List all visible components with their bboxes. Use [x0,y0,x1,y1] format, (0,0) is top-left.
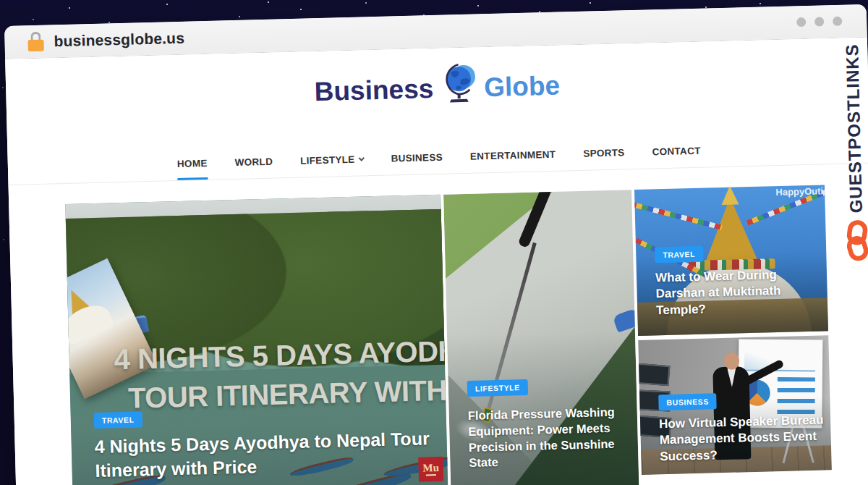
lock-icon [27,32,44,52]
site-logo[interactable]: Business Globe [314,64,561,114]
category-badge-travel[interactable]: TRAVEL [94,411,142,429]
window-control-dot[interactable] [814,17,824,26]
logo-word-globe: Globe [484,70,561,103]
logo-word-business: Business [314,74,434,107]
image-watermark: HappyOuti [775,185,823,198]
nav-item-home[interactable]: HOME [176,147,208,180]
chevron-down-icon [358,155,364,161]
right-article-column: HappyOuti TRAVEL What to Wear During Dar… [634,185,833,485]
address-bar[interactable]: businessglobe.us [54,29,184,50]
article-title[interactable]: How Virtual Speaker Bureau Management Bo… [659,412,828,465]
window-control-dot[interactable] [833,17,842,26]
chain-link-icon [843,220,868,264]
article-card-ayodhya-nepal-tour[interactable]: 4 NIGHTS 5 DAYS AYODHYA TO N TOUR ITINER… [65,195,448,485]
article-card-speaker-bureau[interactable]: BUSINESS How Virtual Speaker Bureau Mana… [638,335,832,475]
nav-item-world[interactable]: WORLD [234,146,273,179]
monitor [638,363,670,387]
nav-item-contact[interactable]: CONTACT [652,135,701,169]
globe-icon [440,67,477,110]
nav-item-business[interactable]: BUSINESS [391,141,443,175]
window-controls [796,17,842,28]
webpage: Business Globe HOME WORLD LIFESTYLE BUSI… [5,38,868,485]
guestpostlinks-watermark[interactable]: GUESTPOSTLINKS [838,43,868,264]
image-brand-logo: Mu [418,457,443,482]
window-control-dot[interactable] [796,17,806,27]
browser-window: businessglobe.us Business G [4,4,868,485]
featured-articles-grid: 4 NIGHTS 5 DAYS AYODHYA TO N TOUR ITINER… [65,185,833,485]
category-badge-lifestyle[interactable]: LIFESTYLE [467,379,529,397]
article-title[interactable]: Florida Pressure Washing Equipment: Powe… [468,404,629,471]
article-title[interactable]: 4 Nights 5 Days Ayodhya to Nepal Tour It… [94,426,448,483]
article-title[interactable]: What to Wear During Darshan at Muktinath… [655,266,822,319]
category-badge-business[interactable]: BUSINESS [658,393,717,410]
nav-item-sports[interactable]: SPORTS [583,136,625,169]
guestpostlinks-label: GUESTPOSTLINKS [842,43,867,214]
category-badge-travel[interactable]: TRAVEL [655,246,703,263]
nav-item-entertainment[interactable]: ENTERTAINMENT [469,138,556,173]
article-card-muktinath-temple[interactable]: HappyOuti TRAVEL What to Wear During Dar… [634,185,828,336]
nav-item-lifestyle[interactable]: LIFESTYLE [300,143,365,177]
starfield-background [0,0,1,1]
article-card-pressure-washing[interactable]: LIFESTYLE Florida Pressure Washing Equip… [443,190,639,485]
